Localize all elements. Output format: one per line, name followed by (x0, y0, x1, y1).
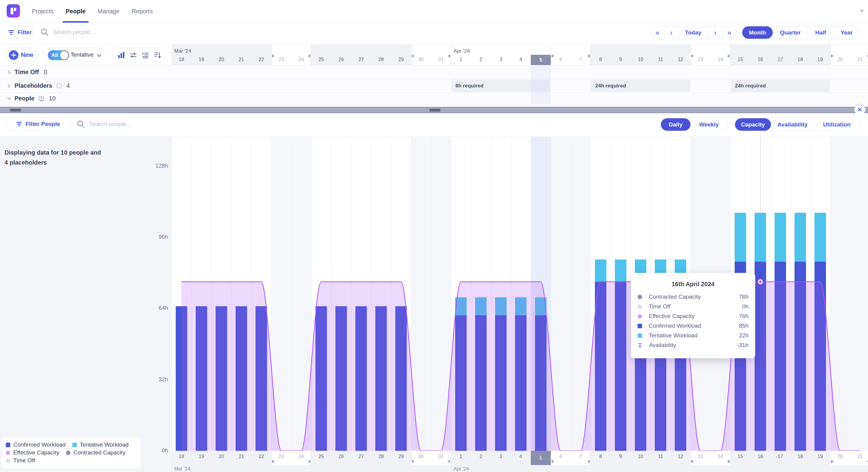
timeline-day[interactable]: 12 (671, 57, 690, 62)
view-quarter[interactable]: Quarter (773, 26, 807, 39)
axis-day[interactable]: 19 (810, 454, 830, 459)
timeline-day[interactable]: 29 (391, 57, 411, 62)
axis-day[interactable]: 2 (471, 454, 491, 459)
timeline-day[interactable]: 18 (172, 57, 191, 62)
collapse-weekend-icon[interactable] (727, 460, 730, 463)
collapse-weekend-icon[interactable] (587, 460, 590, 463)
axis-day[interactable]: 4 (511, 454, 531, 459)
timeline-day[interactable]: 22 (251, 57, 271, 62)
timeline-day[interactable]: 21 (850, 57, 868, 62)
collapse-weekend-icon[interactable] (447, 460, 450, 463)
tentative-bar[interactable] (754, 213, 766, 262)
axis-day[interactable]: 20 (211, 454, 231, 459)
tentative-bar[interactable] (595, 260, 607, 282)
tab-reports[interactable]: Reports (131, 0, 153, 23)
collapse-weekend-icon[interactable] (727, 54, 730, 58)
timeline-day[interactable]: 17 (770, 57, 790, 62)
collapse-weekend-icon[interactable] (552, 460, 554, 463)
timeline-day[interactable]: 19 (810, 57, 830, 62)
axis-day[interactable]: 3 (491, 454, 511, 459)
splitter-handle-left[interactable] (10, 109, 21, 111)
search-input[interactable] (53, 29, 174, 35)
tab-people[interactable]: People (66, 0, 86, 23)
collapse-weekend-icon[interactable] (447, 54, 450, 58)
collapse-weekend-icon[interactable] (867, 54, 868, 58)
axis-day[interactable]: 9 (611, 454, 630, 459)
axis-day[interactable]: 12 (671, 454, 690, 459)
tab-manage[interactable]: Manage (98, 0, 120, 23)
collapse-weekend-icon[interactable] (867, 460, 868, 463)
collapse-weekend-icon[interactable] (831, 460, 834, 463)
app-logo[interactable] (7, 4, 20, 18)
timeline-day[interactable]: 27 (351, 57, 371, 62)
mode-capacity[interactable]: Capacity (735, 118, 771, 131)
splitter-handle-center[interactable] (430, 109, 440, 111)
collapse-weekend-icon[interactable] (308, 54, 310, 58)
filter-people-button[interactable]: Filter People (5, 118, 70, 130)
axis-day[interactable]: 19 (191, 454, 211, 459)
timeline-day[interactable]: 21 (231, 57, 251, 62)
chevron-down-icon[interactable] (7, 96, 11, 101)
timeline-day[interactable]: 8 (591, 57, 611, 62)
axis-day[interactable]: 10 (630, 454, 651, 459)
axis-day[interactable]: 21 (850, 454, 868, 459)
collapse-weekend-icon[interactable] (272, 54, 275, 58)
schedule-row-placeholders[interactable]: Placeholders48h required24h required24h … (0, 79, 868, 93)
timeline-day[interactable]: 4 (511, 57, 531, 62)
date-nav--[interactable]: » (722, 26, 737, 39)
mode-utilization[interactable]: Utilization (814, 118, 860, 131)
collapse-weekend-icon[interactable] (691, 460, 694, 463)
collapse-weekend-icon[interactable] (552, 54, 554, 58)
axis-day[interactable]: 29 (391, 454, 411, 459)
tentative-bar[interactable] (735, 213, 746, 262)
timeline-day[interactable]: 9 (611, 57, 630, 62)
list-icon[interactable] (142, 51, 149, 59)
axis-day[interactable]: 18 (790, 454, 810, 459)
axis-day[interactable]: 8 (591, 454, 611, 459)
collapse-weekend-icon[interactable] (831, 54, 834, 58)
date-nav--[interactable]: ‹ (664, 26, 678, 39)
timeline-day[interactable]: 2 (471, 57, 491, 62)
collapse-weekend-icon[interactable] (308, 460, 310, 463)
timeline-day[interactable]: 3 (491, 57, 511, 62)
timeline-day[interactable]: 25 (311, 57, 331, 62)
timeline-day[interactable]: 11 (651, 57, 671, 62)
axis-day[interactable]: 30 (411, 454, 431, 459)
filter-button[interactable]: Filter (5, 26, 34, 39)
timeline-day[interactable]: 18 (790, 57, 810, 62)
axis-day[interactable]: 22 (251, 454, 271, 459)
view-year[interactable]: Year (834, 26, 860, 39)
period-daily[interactable]: Daily (661, 118, 690, 131)
schedule-row-time-off[interactable]: Time Off0 (0, 66, 868, 79)
axis-day[interactable]: 20 (830, 454, 850, 459)
axis-day[interactable]: 7 (571, 454, 591, 459)
axis-day[interactable]: 13 (690, 454, 710, 459)
timeline-day[interactable]: 26 (331, 57, 351, 62)
timeline-day[interactable]: 16 (750, 57, 770, 62)
schedule-row-people[interactable]: People10 (0, 93, 868, 105)
bar-chart-icon[interactable] (117, 51, 125, 59)
tentative-bar[interactable] (775, 213, 786, 262)
axis-day[interactable]: 23 (271, 454, 291, 459)
axis-day[interactable]: 11 (651, 454, 671, 459)
toggle-knob[interactable] (59, 50, 69, 60)
axis-day[interactable]: 1 (451, 454, 471, 459)
tab-projects[interactable]: Projects (32, 0, 54, 23)
timeline-day[interactable]: 15 (731, 57, 750, 62)
axis-day[interactable]: 21 (231, 454, 251, 459)
tentative-bar[interactable] (795, 213, 806, 262)
mode-availability[interactable]: Availability (771, 118, 814, 131)
axis-day[interactable]: 15 (731, 454, 750, 459)
new-button[interactable]: New (5, 48, 37, 62)
collapse-weekend-icon[interactable] (272, 460, 275, 463)
date-nav--[interactable]: « (651, 26, 664, 39)
date-nav-today[interactable]: Today (678, 26, 708, 39)
timeline-selected-day[interactable]: 5 (531, 55, 551, 65)
axis-day[interactable]: 17 (770, 454, 790, 459)
axis-day[interactable]: 26 (331, 454, 351, 459)
timeline-day[interactable]: 28 (371, 57, 391, 62)
axis-day[interactable]: 31 (431, 454, 451, 459)
date-nav--[interactable]: › (708, 26, 722, 39)
tentative-bar[interactable] (814, 213, 826, 262)
timeline-day[interactable]: 10 (630, 57, 651, 62)
